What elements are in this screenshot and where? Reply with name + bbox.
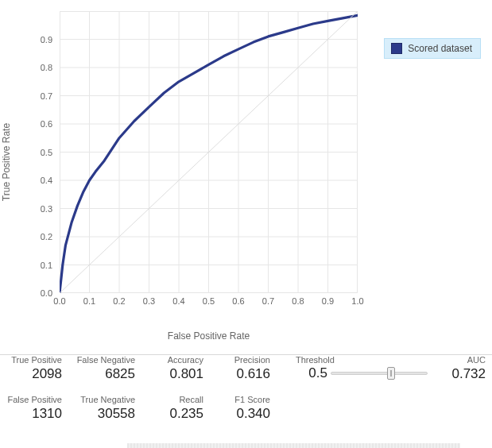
slider-track [331,372,428,375]
metric-true-positive: True Positive 2098 [0,355,62,382]
footer-decoration [127,443,460,448]
legend: Scored dataset [384,38,481,59]
roc-svg [60,11,358,293]
slider-thumb[interactable] [387,367,395,380]
metric-threshold: Threshold 0.5 [296,355,443,381]
metric-auc: AUC 0.732 [446,355,486,382]
legend-swatch [391,43,402,54]
metric-false-negative: False Negative 6825 [67,355,135,382]
y-axis-ticks: 0.0 0.1 0.2 0.3 0.4 0.5 0.6 0.7 0.8 0.9 [24,11,57,293]
metric-true-negative: True Negative 30558 [67,395,135,422]
legend-label: Scored dataset [408,43,472,54]
y-axis-label: True Positive Rate [1,123,12,201]
roc-chart: True Positive Rate 0.0 0.1 0.2 0.3 0.4 0… [24,11,358,313]
x-axis-label: False Positive Rate [60,330,358,342]
metric-accuracy: Accuracy 0.801 [148,355,203,382]
metric-recall: Recall 0.235 [148,395,203,422]
plot-area [60,11,358,293]
metric-f1: F1 Score 0.340 [215,395,270,422]
threshold-value: 0.5 [296,365,327,381]
x-axis-ticks: 0.0 0.1 0.2 0.3 0.4 0.5 0.6 0.7 0.8 0.9 … [60,293,358,306]
metric-false-positive: False Positive 1310 [0,395,62,422]
metric-precision: Precision 0.616 [215,355,270,382]
metrics-panel: True Positive 2098 False Negative 6825 A… [0,354,492,363]
threshold-slider[interactable] [331,366,428,380]
